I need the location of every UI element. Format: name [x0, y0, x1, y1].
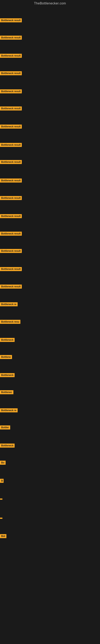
bottleneck-result-label: Bottleneck: [0, 373, 15, 377]
bottleneck-result-label: Bottleneck result: [0, 124, 22, 128]
bottleneck-result-item: B: [0, 479, 3, 484]
bottleneck-result-label: Bottleneck result: [0, 89, 22, 94]
bottleneck-result-item: [0, 516, 2, 520]
bottleneck-result-item: Bottleneck result: [0, 89, 22, 94]
bottleneck-result-item: Bo: [0, 461, 6, 466]
bottleneck-result-label: Bottleneck: [0, 338, 15, 342]
site-title: TheBottlenecker.com: [0, 0, 100, 7]
bottleneck-result-item: Bottleneck result: [0, 232, 22, 236]
bottleneck-result-label: Bottleneck: [0, 444, 15, 448]
bottleneck-result-label: Bottleneck re: [0, 302, 18, 306]
bottleneck-result-label: Bottleneck result: [0, 18, 22, 22]
bottleneck-result-label: Bottleneck result: [0, 196, 22, 200]
bottleneck-result-label: Bottleneck result: [0, 71, 22, 75]
bottleneck-result-item: Bottleneck result: [0, 196, 22, 201]
bottleneck-result-item: Bot: [0, 534, 6, 539]
bottleneck-result-item: Bottleneck re: [0, 408, 18, 413]
bottleneck-result-item: Bottleneck result: [0, 160, 22, 165]
bottleneck-result-label: Bottleneck result: [0, 214, 22, 218]
bottleneck-result-item: [0, 497, 2, 500]
bottleneck-result-label: [0, 518, 2, 519]
bottleneck-result-label: Bottleneck result: [0, 178, 22, 182]
bottleneck-result-item: Bottleneck result: [0, 36, 22, 40]
bottleneck-result-label: Bottleneck resu: [0, 320, 20, 324]
bottleneck-result-label: Bottleneck result: [0, 143, 22, 147]
bottleneck-result-item: Bottleneck result: [0, 249, 22, 254]
bottleneck-result-label: Bottleneck result: [0, 232, 22, 236]
bottleneck-result-item: Bottleneck result: [0, 143, 22, 148]
bottleneck-result-label: Bottleneck result: [0, 54, 22, 58]
bottleneck-result-label: Bottlene: [0, 355, 12, 359]
bottleneck-result-label: Bottleneck result: [0, 160, 22, 164]
bottleneck-result-item: Bottleneck result: [0, 106, 22, 111]
bottleneck-result-item: Bottleneck: [0, 373, 15, 378]
bottleneck-result-item: Bottleneck: [0, 444, 15, 448]
bottleneck-result-item: Bottleneck result: [0, 124, 22, 130]
bottleneck-result-label: Bot: [0, 534, 6, 538]
bottleneck-result-label: [0, 498, 2, 500]
bottleneck-result-item: Bottleneck: [0, 338, 15, 343]
bottleneck-result-item: Bottleneck result: [0, 284, 22, 290]
bottleneck-result-label: Bottleneck result: [0, 106, 22, 110]
bottleneck-result-item: Bottleneck resu: [0, 320, 20, 324]
bottleneck-result-item: Bottleneck result: [0, 214, 22, 219]
bottleneck-result-label: Bottleneck result: [0, 267, 22, 271]
bottleneck-result-item: Bottlenec: [0, 390, 13, 395]
bottleneck-result-label: Bottleneck result: [0, 249, 22, 253]
bottleneck-result-item: Bottlene: [0, 355, 12, 360]
bottleneck-result-item: Bottleneck re: [0, 302, 18, 307]
bottleneck-result-label: Bottler: [0, 426, 10, 430]
bottleneck-result-label: Bottlenec: [0, 390, 13, 394]
bottleneck-result-label: Bottleneck re: [0, 408, 18, 412]
bottleneck-result-label: Bo: [0, 461, 6, 465]
bottleneck-result-item: Bottleneck result: [0, 18, 22, 23]
bottleneck-result-label: Bottleneck result: [0, 36, 22, 40]
bottleneck-result-item: Bottleneck result: [0, 71, 22, 76]
bottleneck-result-item: Bottleneck result: [0, 178, 22, 183]
bottleneck-result-item: Bottleneck result: [0, 267, 22, 272]
bottleneck-result-label: B: [0, 479, 3, 483]
bottleneck-result-item: Bottler: [0, 426, 10, 430]
bottleneck-result-label: Bottleneck result: [0, 284, 22, 288]
bottleneck-result-item: Bottleneck result: [0, 54, 22, 58]
